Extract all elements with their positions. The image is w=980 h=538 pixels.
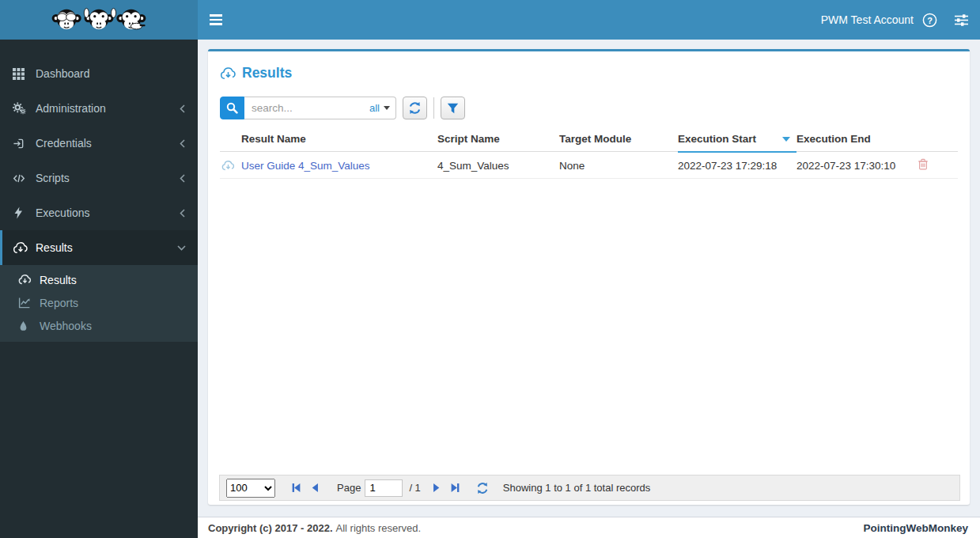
page-number-input[interactable]	[365, 479, 403, 497]
topbar: PWM Test Account ?	[0, 0, 980, 40]
sliders-icon	[954, 14, 969, 26]
reload-grid-button[interactable]	[473, 479, 492, 498]
table-header-row: Result Name Script Name Target Module Ex…	[220, 126, 958, 152]
search-button[interactable]	[220, 97, 244, 119]
submenu-item-label: Results	[40, 274, 77, 286]
page-title-text: Results	[242, 65, 292, 81]
search-scope-value: all	[369, 102, 380, 114]
page-title: Results	[220, 65, 958, 81]
cloud-download-icon	[221, 160, 235, 172]
refresh-icon	[476, 482, 489, 494]
sort-desc-icon	[782, 137, 790, 142]
copyright-text: Copyright (c) 2017 - 2022.	[208, 522, 333, 534]
chevron-left-icon	[178, 138, 187, 149]
sidebar-item-executions[interactable]: Executions	[0, 195, 198, 230]
target-module-cell: None	[559, 152, 678, 179]
sidebar: Dashboard Administration	[0, 40, 198, 538]
first-page-button[interactable]	[286, 479, 305, 498]
caret-down-icon	[384, 106, 390, 110]
refresh-button[interactable]	[403, 97, 427, 119]
sidebar-item-label: Dashboard	[36, 67, 187, 80]
sidebar-item-label: Scripts	[36, 172, 178, 184]
toolbar: all	[220, 97, 958, 119]
results-panel: Results all	[208, 49, 970, 505]
table-row: User Guide 4_Sum_Values 4_Sum_Values Non…	[220, 152, 958, 179]
pagination-bar: 100 Page / 1	[219, 475, 960, 501]
help-button[interactable]: ?	[914, 0, 945, 40]
next-page-button[interactable]	[427, 479, 446, 498]
sidebar-item-label: Executions	[36, 206, 178, 219]
last-page-button[interactable]	[446, 479, 465, 498]
execution-end-cell: 2022-07-23 17:30:10	[796, 152, 915, 179]
submenu-item-results[interactable]: Results	[0, 268, 198, 291]
hamburger-icon	[210, 14, 222, 17]
delete-button[interactable]	[918, 158, 929, 172]
refresh-icon	[408, 101, 422, 115]
row-actions-cell	[915, 152, 958, 179]
sidebar-item-label: Results	[36, 241, 176, 254]
step-backward-icon	[291, 483, 301, 493]
chevron-left-icon	[178, 208, 187, 218]
header-target-module[interactable]: Target Module	[559, 126, 678, 152]
brand-name: PointingWebMonkey	[863, 522, 968, 534]
header-icon-column	[220, 126, 241, 152]
search-scope-dropdown[interactable]: all	[369, 97, 390, 119]
results-table: Result Name Script Name Target Module Ex…	[220, 126, 958, 179]
filter-icon	[447, 103, 459, 114]
result-name-link[interactable]: User Guide 4_Sum_Values	[241, 160, 370, 172]
submenu-item-reports[interactable]: Reports	[0, 291, 198, 314]
main-content: Results all	[198, 40, 980, 517]
sign-in-icon	[13, 138, 30, 150]
sidebar-item-results[interactable]: Results	[0, 230, 198, 265]
sidebar-item-label: Credentials	[36, 137, 178, 150]
filter-button[interactable]	[441, 97, 465, 119]
sidebar-item-dashboard[interactable]: Dashboard	[0, 56, 198, 91]
footer: Copyright (c) 2017 - 2022. All rights re…	[198, 517, 980, 538]
header-execution-end[interactable]: Execution End	[796, 126, 915, 152]
chevron-left-icon	[178, 104, 187, 114]
bolt-icon	[13, 206, 30, 219]
sidebar-item-scripts[interactable]: Scripts	[0, 161, 198, 195]
account-menu[interactable]: PWM Test Account	[821, 13, 914, 26]
records-summary: Showing 1 to 1 of 1 total records	[503, 482, 650, 494]
script-name-cell: 4_Sum_Values	[437, 152, 559, 179]
sidebar-menu: Dashboard Administration	[0, 56, 198, 342]
grid-icon	[13, 68, 30, 80]
header-execution-start[interactable]: Execution Start	[678, 126, 796, 152]
submenu-item-webhooks[interactable]: Webhooks	[0, 314, 198, 337]
sidebar-item-credentials[interactable]: Credentials	[0, 126, 198, 161]
header-result-name[interactable]: Result Name	[241, 126, 437, 152]
submenu-item-label: Reports	[40, 297, 78, 309]
help-icon: ?	[922, 13, 937, 28]
settings-button[interactable]	[945, 0, 977, 40]
logo[interactable]	[0, 0, 198, 40]
forward-icon	[431, 483, 441, 493]
chevron-down-icon	[176, 244, 187, 252]
sidebar-item-administration[interactable]: Administration	[0, 91, 198, 126]
chevron-left-icon	[178, 173, 187, 184]
toolbar-divider	[433, 97, 434, 119]
table-empty-space	[208, 179, 970, 475]
header-actions-column	[915, 126, 958, 152]
row-type-cell	[220, 152, 241, 179]
sidebar-toggle-button[interactable]	[198, 0, 234, 40]
page-label: Page	[337, 482, 361, 494]
cloud-download-icon	[13, 241, 30, 255]
three-monkeys-logo-icon	[49, 5, 149, 35]
results-table-wrap: Result Name Script Name Target Module Ex…	[220, 126, 958, 179]
page-total: / 1	[409, 482, 420, 494]
results-submenu: Results Reports Webhooks	[0, 265, 198, 342]
backward-icon	[310, 483, 320, 493]
previous-page-button[interactable]	[305, 479, 324, 498]
chart-line-icon	[18, 297, 34, 309]
cloud-download-icon	[18, 274, 34, 286]
trash-icon	[918, 158, 929, 170]
topbar-nav: PWM Test Account ?	[198, 0, 980, 40]
header-script-name[interactable]: Script Name	[437, 126, 559, 152]
submenu-item-label: Webhooks	[40, 320, 92, 332]
drop-icon	[18, 320, 34, 332]
execution-start-cell: 2022-07-23 17:29:18	[678, 152, 796, 179]
rights-text: All rights reserved.	[336, 522, 422, 534]
cloud-download-icon	[220, 66, 236, 81]
page-size-select[interactable]: 100	[226, 479, 275, 498]
